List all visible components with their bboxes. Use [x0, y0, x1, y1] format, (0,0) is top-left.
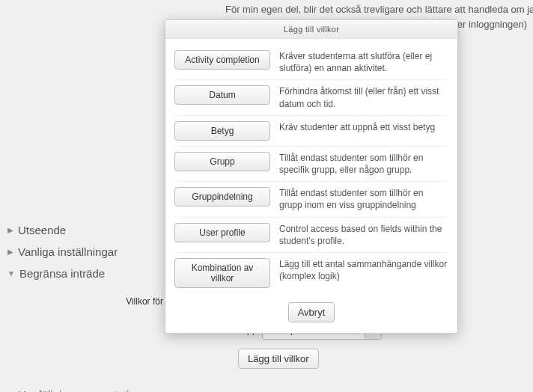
condition-desc: Tillåt endast studenter som tillhör en s…: [279, 152, 448, 176]
condition-list: Activity completionKräver studenterna at…: [165, 39, 457, 296]
section-label: Vanliga inställningar: [18, 245, 118, 258]
condition-desc: Control access based on fields within th…: [279, 223, 448, 247]
condition-desc: Kräv studenter att uppnå ett visst betyg: [279, 121, 448, 133]
condition-row: User profileControl access based on fiel…: [174, 217, 448, 252]
condition-button-0[interactable]: Activity completion: [174, 50, 270, 70]
condition-row: BetygKräv studenter att uppnå ett visst …: [174, 115, 448, 146]
condition-button-3[interactable]: Grupp: [174, 152, 270, 171]
condition-button-5[interactable]: User profile: [174, 223, 270, 242]
condition-button-2[interactable]: Betyg: [174, 121, 270, 141]
condition-row: DatumFörhindra åtkomst till (eller från)…: [174, 79, 448, 114]
chevron-right-icon: ▶: [7, 226, 13, 234]
chevron-right-icon: ▶: [7, 248, 13, 256]
add-condition-button[interactable]: Lägg till villkor: [238, 349, 319, 369]
condition-button-4[interactable]: Gruppindelning: [174, 187, 270, 206]
condition-row: GruppTillåt endast studenter som tillhör…: [174, 146, 448, 181]
dialog-title: Lägg till villkor: [165, 20, 457, 39]
condition-desc: Förhindra åtkomst till (eller från) ett …: [279, 85, 448, 109]
section-label: Begränsa inträde: [19, 267, 105, 280]
chevron-down-icon: ▼: [7, 269, 15, 278]
add-condition-dialog: Lägg till villkor Activity completionKrä…: [165, 19, 458, 334]
condition-desc: Kräver studenterna att slutföra (eller e…: [279, 50, 448, 74]
condition-row: GruppindelningTillåt endast studenter so…: [174, 181, 448, 216]
condition-desc: Lägg till ett antal sammanhängande villk…: [279, 258, 448, 282]
cancel-button[interactable]: Avbryt: [288, 302, 335, 322]
section-uppfoljning[interactable]: ▶ Uppföljning av prestationerna: [6, 384, 527, 392]
condition-row: Kombination av villkorLägg till ett anta…: [174, 252, 448, 293]
intro-line-1: För min egen del, blir det också trevlig…: [225, 3, 527, 16]
condition-desc: Tillåt endast studenter som tillhör en g…: [279, 187, 448, 211]
condition-button-6[interactable]: Kombination av villkor: [174, 258, 270, 288]
condition-button-1[interactable]: Datum: [174, 85, 270, 105]
condition-row: Activity completionKräver studenterna at…: [174, 45, 448, 79]
section-label: Utseende: [18, 224, 66, 236]
section-label: Uppföljning av prestationerna: [18, 388, 164, 392]
